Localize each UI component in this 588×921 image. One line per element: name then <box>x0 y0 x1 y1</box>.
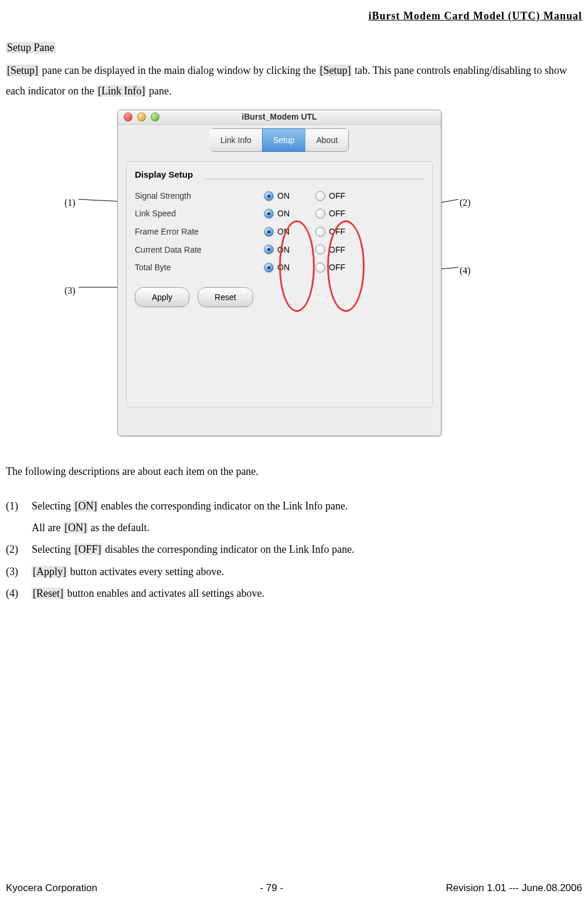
list-item: (4) [Reset] button enables and activates… <box>6 583 582 603</box>
radio-on[interactable] <box>264 263 274 273</box>
mac-window: iBurst_Modem UTL Link Info Setup About D… <box>117 110 441 436</box>
radio-off[interactable] <box>315 209 325 219</box>
callout-2: (2) <box>460 194 471 212</box>
footer-right: Revision 1.01 --- June.08.2006 <box>446 879 582 898</box>
callout-3: (3) <box>64 282 76 300</box>
list-item: (2) Selecting [OFF] disables the corresp… <box>6 539 582 559</box>
tab-setup[interactable]: Setup <box>262 128 306 152</box>
row-frame-error-rate: Frame Error Rate ON OFF <box>135 224 424 240</box>
callout-4: (4) <box>460 262 471 280</box>
page-footer: Kyocera Corporation - 79 - Revision 1.01… <box>6 879 582 898</box>
list-item: (3) [Apply] button activates every setti… <box>6 562 582 582</box>
apply-button[interactable]: Apply <box>135 287 189 308</box>
section-heading: Setup Pane <box>6 38 582 57</box>
radio-on[interactable] <box>264 191 274 201</box>
figure-area: (1) (2) (3) (4) iBurst_Modem UTL Link In… <box>6 110 582 438</box>
description-intro: The following descriptions are about eac… <box>6 461 582 481</box>
tab-link-info[interactable]: Link Info <box>210 128 263 152</box>
footer-left: Kyocera Corporation <box>6 879 97 898</box>
radio-off[interactable] <box>315 263 325 273</box>
list-item: (1) Selecting [ON] enables the correspon… <box>6 496 582 516</box>
setup-content: Display Setup Signal Strength ON OFF Lin… <box>126 161 433 407</box>
radio-off[interactable] <box>315 227 325 237</box>
radio-on[interactable] <box>264 209 274 219</box>
window-title: iBurst_Modem UTL <box>118 109 441 125</box>
row-signal-strength: Signal Strength ON OFF <box>135 188 424 204</box>
callout-1: (1) <box>64 194 76 212</box>
row-current-data-rate: Current Data Rate ON OFF <box>135 242 424 258</box>
radio-on[interactable] <box>264 227 274 237</box>
intro-paragraph: [Setup] pane can be displayed in the mai… <box>6 60 582 100</box>
row-total-byte: Total Byte ON OFF <box>135 260 424 276</box>
radio-off[interactable] <box>315 191 325 201</box>
page-header-title: iBurst Modem Card Model (UTC) Manual <box>6 6 582 26</box>
list-item-sub: All are [ON] as the default. <box>32 518 582 538</box>
footer-page-number: - 79 - <box>260 879 283 898</box>
radio-off[interactable] <box>315 244 325 254</box>
tab-about[interactable]: About <box>305 128 349 152</box>
window-titlebar: iBurst_Modem UTL <box>118 110 441 125</box>
row-link-speed: Link Speed ON OFF <box>135 206 424 222</box>
reset-button[interactable]: Reset <box>198 287 253 308</box>
radio-on[interactable] <box>264 244 274 254</box>
display-setup-label: Display Setup <box>135 166 424 183</box>
